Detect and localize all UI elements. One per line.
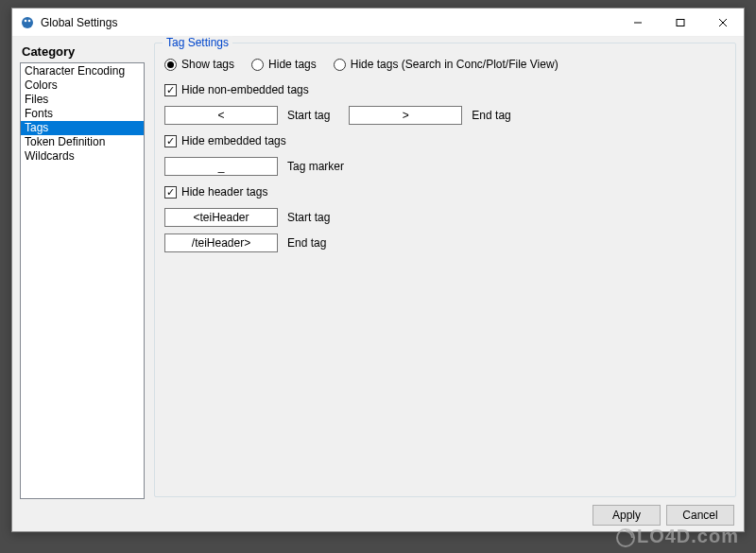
apply-button[interactable]: Apply [593,505,661,526]
header-start-input[interactable]: <teiHeader [164,208,278,227]
checkbox-icon [164,135,177,147]
group-title: Tag Settings [163,36,232,49]
radio-hide-tags-search[interactable]: Hide tags (Search in Conc/Plot/File View… [334,58,558,71]
title-bar: Global Settings [12,9,744,37]
start-tag-label: Start tag [287,109,330,122]
sidebar-item-tags[interactable]: Tags [21,121,144,135]
tag-settings-group: Tag Settings Show tags Hide tags [154,43,736,497]
sidebar-item-character-encoding[interactable]: Character Encoding [21,64,144,78]
svg-point-1 [25,19,27,22]
checkbox-label: Hide non-embedded tags [181,83,309,96]
dialog-window: Global Settings Category Character Encod… [11,8,745,532]
checkbox-icon [164,186,177,199]
radio-label: Hide tags (Search in Conc/Plot/File View… [351,58,558,71]
non-embedded-start-input[interactable]: < [164,106,278,125]
window-title: Global Settings [41,16,616,29]
radio-icon [251,59,264,71]
sidebar-item-wildcards[interactable]: Wildcards [21,149,144,164]
svg-point-0 [22,17,33,28]
app-icon [20,15,35,30]
tag-marker-label: Tag marker [287,160,344,173]
radio-label: Show tags [181,58,234,71]
cancel-button[interactable]: Cancel [666,505,734,526]
sidebar-item-files[interactable]: Files [21,93,144,107]
end-tag-label: End tag [472,109,510,122]
checkbox-label: Hide embedded tags [181,134,286,147]
check-hide-non-embedded[interactable]: Hide non-embedded tags [164,83,309,96]
check-hide-embedded[interactable]: Hide embedded tags [164,134,286,147]
end-tag-label: End tag [287,236,326,250]
start-tag-label: Start tag [287,211,330,224]
minimize-button[interactable] [616,9,659,37]
non-embedded-end-input[interactable]: > [349,106,462,125]
close-button[interactable] [701,9,744,37]
radio-label: Hide tags [268,58,317,71]
category-header: Category [20,43,145,62]
radio-icon [164,59,177,71]
header-end-input[interactable]: /teiHeader> [164,233,278,252]
category-listbox[interactable]: Character Encoding Colors Files Fonts Ta… [20,62,145,499]
radio-show-tags[interactable]: Show tags [164,58,234,71]
checkbox-icon [164,84,177,96]
check-hide-header[interactable]: Hide header tags [164,185,267,199]
sidebar-item-colors[interactable]: Colors [21,78,144,93]
radio-hide-tags[interactable]: Hide tags [251,58,317,71]
embedded-marker-input[interactable]: _ [164,157,278,176]
svg-point-2 [28,19,31,22]
svg-rect-4 [677,19,684,26]
sidebar-item-token-definition[interactable]: Token Definition [21,135,144,149]
checkbox-label: Hide header tags [181,185,267,199]
sidebar-item-fonts[interactable]: Fonts [21,107,144,121]
radio-icon [334,59,346,71]
maximize-button[interactable] [659,9,701,37]
